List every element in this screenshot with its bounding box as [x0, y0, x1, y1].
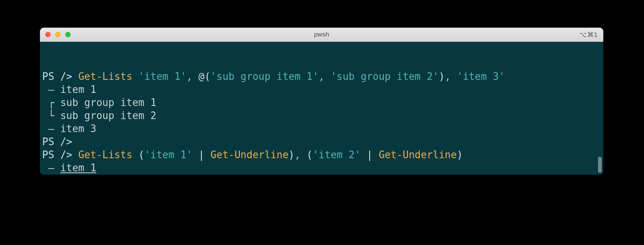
- terminal-text-segment: ,: [445, 71, 457, 82]
- terminal-text-segment: ): [289, 149, 295, 161]
- terminal-text-segment: — item 3: [42, 123, 96, 134]
- terminal-text-segment: 'item 1': [138, 71, 186, 82]
- terminal-text-segment: Get-Lists: [78, 149, 139, 161]
- terminal-text-segment: Get-Underline: [379, 149, 457, 161]
- terminal-text-segment: ,: [294, 149, 306, 161]
- window-titlebar[interactable]: pwsh ⌥⌘1: [40, 28, 603, 42]
- terminal-output-line: — item 1: [42, 161, 601, 174]
- scrollbar-thumb[interactable]: [598, 157, 602, 173]
- terminal-text-segment: PS />: [42, 136, 72, 147]
- terminal-text-segment: 'item 1': [144, 149, 192, 161]
- terminal-text-segment: |: [192, 149, 210, 161]
- terminal-command-line: PS /> Get-Lists ('item 1' | Get-Underlin…: [42, 148, 601, 161]
- zoom-window-button[interactable]: [65, 32, 71, 37]
- window-shortcut-label: ⌥⌘1: [579, 31, 598, 39]
- terminal-text-segment: PS />: [42, 71, 78, 82]
- terminal-text-segment: Get-Lists: [78, 71, 139, 82]
- terminal-text-segment: item 1: [60, 162, 96, 174]
- terminal-text-segment: Get-Underline: [210, 149, 289, 161]
- terminal-text-segment: ,: [187, 71, 198, 82]
- terminal-text-segment: —: [42, 162, 60, 174]
- terminal-text-segment: — item 1: [42, 84, 96, 95]
- terminal-body[interactable]: PS /> Get-Lists 'item 1', @('sub group i…: [40, 42, 603, 175]
- terminal-output-line: ┌ sub group item 1: [42, 96, 601, 109]
- terminal-text-segment: @(: [198, 71, 210, 82]
- terminal-output-line: — item 3: [42, 122, 601, 135]
- terminal-text-segment: ): [457, 149, 463, 161]
- window-title: pwsh: [40, 31, 603, 38]
- terminal-text-segment: (: [307, 149, 313, 161]
- terminal-text-segment: ): [439, 71, 445, 82]
- terminal-output-line: — item 2: [42, 174, 601, 175]
- terminal-text-segment: 'item 2': [312, 149, 360, 161]
- terminal-window: pwsh ⌥⌘1 PS /> Get-Lists 'item 1', @('su…: [40, 28, 603, 175]
- terminal-text-segment: 'item 3': [457, 71, 505, 82]
- terminal-text-segment: (: [138, 149, 144, 161]
- terminal-command-line: PS /> Get-Lists 'item 1', @('sub group i…: [42, 70, 601, 83]
- close-window-button[interactable]: [45, 32, 51, 37]
- terminal-text-segment: 'sub group item 1': [210, 71, 319, 82]
- traffic-lights: [40, 32, 71, 37]
- terminal-output-line: PS />: [42, 135, 601, 148]
- terminal-text-segment: ┌ sub group item 1: [42, 97, 156, 108]
- terminal-text-segment: |: [361, 149, 379, 161]
- terminal-text-segment: 'sub group item 2': [330, 71, 439, 82]
- terminal-text-segment: PS />: [42, 149, 78, 161]
- terminal-text-segment: ,: [319, 71, 330, 82]
- minimize-window-button[interactable]: [55, 32, 61, 37]
- terminal-output-line: └ sub group item 2: [42, 109, 601, 122]
- terminal-output-line: — item 1: [42, 83, 601, 96]
- terminal-text-segment: └ sub group item 2: [42, 110, 156, 121]
